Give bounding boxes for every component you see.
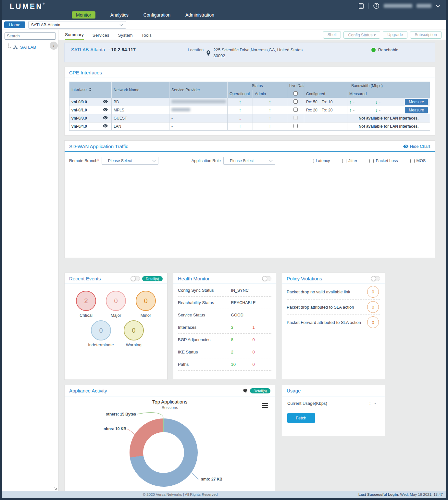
location-label: Location (188, 47, 204, 59)
tab-system[interactable]: System (118, 31, 133, 39)
interface-name: vni-0/3.0 (69, 114, 99, 122)
sidebar-collapse-button[interactable]: ‹ (50, 42, 58, 50)
column-header-interface[interactable]: Interface (69, 82, 112, 98)
nav-item-administration[interactable]: Administration (185, 12, 214, 18)
tab-services[interactable]: Services (93, 31, 109, 39)
service-provider-cell: - (169, 114, 228, 122)
appliance-name: SATLAB-Atlanta (71, 47, 105, 59)
live-data-checkbox[interactable] (293, 124, 298, 128)
column-header-measured: Measured (347, 90, 430, 98)
packet-loss-checkbox[interactable] (369, 159, 374, 163)
appliance-address: 225 Scientific Drive,Norcross,GA, United… (213, 47, 303, 59)
nav-item-monitor[interactable]: Monitor (72, 11, 95, 19)
form-list-icon[interactable] (358, 3, 364, 9)
cpe-interfaces-title: CPE Interfaces (69, 70, 102, 75)
live-data-checkbox (293, 116, 298, 120)
eye-icon[interactable] (103, 116, 108, 120)
sdwan-application-traffic-card: SD-WAN Application Traffic Hide Chart Re… (64, 140, 435, 258)
recent-events-card: Recent Events Detail(s) 2 Critical (64, 273, 168, 380)
eye-icon[interactable] (103, 100, 108, 103)
home-button[interactable]: Home (4, 21, 25, 28)
upgrade-button[interactable]: Upgrade (383, 31, 407, 39)
main-navigation: Monitor Analytics Configuration Administ… (72, 11, 214, 19)
tree-connector (8, 44, 12, 48)
appliance-selector[interactable]: SATLAB-Atlanta (28, 21, 126, 29)
user-org-redacted[interactable] (417, 4, 431, 8)
usage-card: Usage Current Usage(Kbps) : - Fetch (282, 385, 385, 436)
navbar-divider (368, 3, 369, 9)
select-chevron-down-icon (152, 160, 156, 162)
shell-button[interactable]: Shell (323, 31, 341, 39)
user-label-redacted[interactable] (384, 4, 412, 8)
search-input[interactable] (5, 32, 56, 40)
policy-violations-toggle[interactable] (371, 276, 380, 281)
fetch-button[interactable]: Fetch (287, 413, 315, 423)
config-status-button[interactable]: Config Status ▾ (343, 31, 380, 39)
sort-icon[interactable] (89, 88, 92, 92)
gear-icon[interactable] (243, 388, 248, 393)
application-rule-label: Application Rule (192, 159, 221, 163)
event-count-critical[interactable]: 2 Critical (76, 291, 96, 318)
jitter-checkbox[interactable] (342, 159, 346, 163)
health-monitor-toggle[interactable] (262, 276, 271, 281)
latency-checkbox-group: Latency (310, 159, 330, 163)
recent-events-toggle[interactable] (131, 276, 140, 281)
measure-button[interactable]: Measure (405, 99, 428, 105)
tab-summary[interactable]: Summary (65, 30, 84, 40)
sidebar-resize-handle[interactable] (54, 487, 57, 490)
network-name-cell: LAN (112, 122, 169, 131)
donut-label-smb: smb: 27 KB (201, 477, 222, 481)
column-header-network-name[interactable]: Network Name (112, 82, 169, 98)
user-menu-chevron-down-icon[interactable] (436, 5, 440, 7)
nav-item-analytics[interactable]: Analytics (110, 12, 129, 18)
operational-status-arrow: ↓ (239, 116, 241, 121)
eye-icon[interactable] (103, 108, 108, 111)
nav-item-configuration[interactable]: Configuration (143, 12, 170, 18)
location-pin-icon (206, 47, 211, 59)
tab-tools[interactable]: Tools (142, 31, 152, 39)
live-data-select-all-checkbox[interactable] (293, 91, 298, 96)
network-name-cell: MPLS (112, 106, 169, 114)
logo-blue-accent (30, 6, 34, 6)
column-header-service-provider[interactable]: Service Provider (169, 82, 228, 98)
cpe-interfaces-table: Interface Network Name Service Provider … (69, 82, 430, 131)
reachable-status-dot (371, 48, 376, 52)
violation-count: 0 (367, 301, 379, 313)
recent-events-title: Recent Events (69, 276, 101, 281)
health-row-config-sync: Config Sync StatusIN_SYNC (178, 284, 271, 297)
details-badge[interactable]: Detail(s) (250, 388, 270, 393)
appliance-selector-value: SATLAB-Atlanta (31, 23, 119, 27)
eye-icon[interactable] (103, 124, 108, 128)
donut-label-others: others: 15 Bytes (84, 412, 136, 417)
operational-status-arrow: ↑ (239, 108, 241, 113)
reachable-status-text: Reachable (378, 47, 398, 52)
chart-menu-hamburger-icon[interactable] (262, 403, 268, 409)
home-toolbar: Home SATLAB-Atlanta (2, 20, 446, 30)
lan-note: Not available for LAN interfaces. (347, 114, 430, 122)
lumen-logo: LUMEN® (10, 2, 45, 11)
event-count-indeterminate[interactable]: 0 Indeterminate (88, 320, 114, 347)
hide-chart-link[interactable]: Hide Chart (403, 144, 430, 149)
current-usage-value: - (374, 401, 376, 406)
interface-name: vni-0/1.0 (69, 106, 99, 114)
copyright-text: © 2020 Versa Networks | All Rights Reser… (2, 493, 358, 496)
latency-checkbox[interactable] (310, 159, 314, 163)
eye-chart-icon (403, 145, 408, 148)
subscription-button[interactable]: Subscription (410, 31, 442, 39)
operational-status-arrow: ↑ (239, 124, 241, 129)
live-data-checkbox[interactable] (293, 108, 298, 112)
last-login-text: Last Successful Login: Wed, May 19 2021,… (358, 493, 446, 496)
measure-button[interactable]: Measure (405, 107, 428, 113)
live-data-checkbox[interactable] (293, 99, 298, 104)
health-row-bgp-adjacencies: BGP Adjacencies80 (178, 334, 271, 346)
application-rule-select[interactable]: ---Please Select--- (223, 157, 275, 165)
event-count-warning[interactable]: 0 Warning (124, 320, 144, 347)
remote-branch-select[interactable]: ---Please Select--- (102, 157, 158, 165)
details-badge[interactable]: Detail(s) (142, 276, 163, 281)
mos-checkbox[interactable] (410, 159, 415, 163)
event-count-major[interactable]: 0 Major (106, 291, 126, 318)
event-count-minor[interactable]: 0 Minor (136, 291, 156, 318)
info-icon[interactable] (373, 3, 380, 9)
tx-down-arrow-icon: ↓ (375, 108, 378, 113)
top-applications-donut[interactable] (130, 418, 198, 487)
